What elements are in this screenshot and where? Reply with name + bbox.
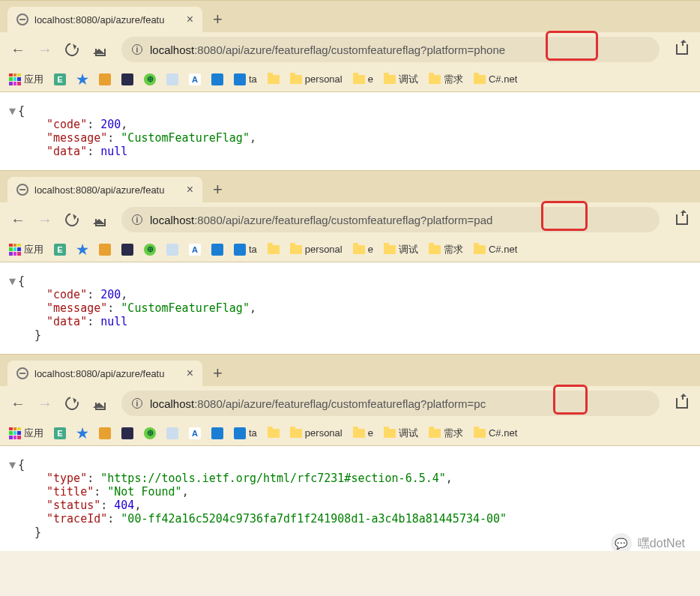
bookmark-folder[interactable]: e <box>353 244 373 255</box>
forward-button[interactable]: → <box>36 394 54 412</box>
tab-title: localhost:8080/api/azure/featu <box>34 368 178 379</box>
bookmark-item[interactable] <box>211 244 223 256</box>
browser-window-1: localhost:8080/api/azure/featu × + ← → i… <box>0 170 700 354</box>
bookmark-item[interactable]: ★ <box>76 73 88 85</box>
bookmark-folder[interactable]: 需求 <box>429 243 463 256</box>
bookmark-item[interactable] <box>121 73 133 85</box>
home-button[interactable] <box>90 394 108 412</box>
browser-window-0: localhost:8080/api/azure/featu × + ← → i… <box>0 0 700 170</box>
share-button[interactable] <box>673 40 691 58</box>
response-body: ▼{ code: 200, message: "CustomFeatureFla… <box>0 92 700 170</box>
reload-button[interactable] <box>63 211 81 229</box>
bookmarks-bar: 应用 E★⊕Ata personale调试需求C#.net <box>0 237 700 262</box>
bookmark-item[interactable] <box>211 427 223 439</box>
close-icon[interactable]: × <box>187 183 193 196</box>
globe-icon <box>16 184 28 196</box>
bookmark-folder[interactable]: C#.net <box>474 427 517 439</box>
bookmark-item[interactable]: ⊕ <box>144 244 156 256</box>
site-info-icon[interactable]: i <box>132 398 142 409</box>
site-info-icon[interactable]: i <box>132 214 142 225</box>
bookmark-item[interactable] <box>166 73 178 85</box>
watermark: 💬嘿dotNet <box>611 533 685 551</box>
bookmark-item[interactable]: ⊕ <box>144 73 156 85</box>
bookmark-folder[interactable]: 调试 <box>384 73 418 86</box>
reload-button[interactable] <box>63 40 81 58</box>
tab-strip: localhost:8080/api/azure/featu × + <box>0 1 700 32</box>
bookmark-item[interactable]: A <box>189 244 201 256</box>
site-info-icon[interactable]: i <box>132 44 142 55</box>
bookmark-folder[interactable]: 调试 <box>384 427 418 440</box>
bookmark-item[interactable] <box>166 244 178 256</box>
bookmark-folder[interactable]: C#.net <box>474 73 517 85</box>
bookmark-item[interactable]: ⊕ <box>144 427 156 439</box>
bookmark-item[interactable]: A <box>189 73 201 85</box>
bookmark-folder[interactable] <box>268 429 280 438</box>
bookmark-item[interactable]: A <box>189 427 201 439</box>
bookmark-item[interactable]: ta <box>234 244 257 256</box>
toolbar: ← → i localhost:8080/api/azure/featurefl… <box>0 202 700 237</box>
forward-button[interactable]: → <box>36 40 54 58</box>
bookmark-folder[interactable]: 需求 <box>429 73 463 86</box>
bookmark-folder[interactable]: e <box>353 73 373 85</box>
bookmark-item[interactable] <box>121 244 133 256</box>
bookmark-item[interactable] <box>99 73 111 85</box>
bookmark-item[interactable] <box>99 427 111 439</box>
bookmark-folder[interactable] <box>268 245 280 254</box>
expand-caret[interactable]: ▼ <box>9 104 18 118</box>
expand-caret[interactable]: ▼ <box>9 458 18 472</box>
apps-button[interactable]: 应用 <box>9 73 43 86</box>
tab-strip: localhost:8080/api/azure/featu × + <box>0 355 700 386</box>
globe-icon <box>16 13 28 25</box>
highlight-box <box>541 201 588 231</box>
bookmark-item[interactable]: ★ <box>76 427 88 439</box>
reload-button[interactable] <box>63 394 81 412</box>
bookmark-item[interactable]: E <box>54 427 66 439</box>
browser-tab[interactable]: localhost:8080/api/azure/featu × <box>7 7 202 32</box>
new-tab-button[interactable]: + <box>213 180 223 202</box>
bookmark-folder[interactable]: personal <box>290 244 343 255</box>
home-button[interactable] <box>90 40 108 58</box>
bookmark-item[interactable] <box>121 427 133 439</box>
bookmark-item[interactable] <box>211 73 223 85</box>
browser-window-2: localhost:8080/api/azure/featu × + ← → i… <box>0 354 700 551</box>
bookmark-folder[interactable]: personal <box>290 427 343 439</box>
bookmarks-bar: 应用 E★⊕Ata personale调试需求C#.net <box>0 421 700 446</box>
bookmark-folder[interactable]: 调试 <box>384 243 418 256</box>
home-button[interactable] <box>90 211 108 229</box>
bookmark-folder[interactable]: C#.net <box>474 244 517 255</box>
bookmark-item[interactable]: ta <box>234 73 257 85</box>
url-bar[interactable]: i localhost:8080/api/azure/featureflag/c… <box>121 391 660 416</box>
tab-strip: localhost:8080/api/azure/featu × + <box>0 171 700 202</box>
bookmark-item[interactable]: ★ <box>76 244 88 256</box>
url-bar[interactable]: i localhost:8080/api/azure/featureflag/c… <box>121 37 660 62</box>
bookmark-folder[interactable]: 需求 <box>429 427 463 440</box>
browser-tab[interactable]: localhost:8080/api/azure/featu × <box>7 177 202 202</box>
apps-button[interactable]: 应用 <box>9 427 43 440</box>
expand-caret[interactable]: ▼ <box>9 274 18 288</box>
tab-title: localhost:8080/api/azure/featu <box>34 184 178 196</box>
new-tab-button[interactable]: + <box>213 364 223 386</box>
browser-tab[interactable]: localhost:8080/api/azure/featu × <box>7 361 202 386</box>
back-button[interactable]: ← <box>9 211 27 229</box>
globe-icon <box>16 367 28 379</box>
bookmark-folder[interactable]: e <box>353 427 373 439</box>
share-button[interactable] <box>673 211 691 229</box>
close-icon[interactable]: × <box>187 13 193 26</box>
share-button[interactable] <box>673 394 691 412</box>
bookmark-folder[interactable]: personal <box>290 73 343 85</box>
highlight-box <box>553 385 588 415</box>
bookmark-item[interactable] <box>166 427 178 439</box>
bookmark-item[interactable]: E <box>54 73 66 85</box>
back-button[interactable]: ← <box>9 40 27 58</box>
bookmark-item[interactable]: E <box>54 244 66 256</box>
bookmark-folder[interactable] <box>268 75 280 84</box>
bookmark-item[interactable] <box>99 244 111 256</box>
back-button[interactable]: ← <box>9 394 27 412</box>
new-tab-button[interactable]: + <box>213 10 223 32</box>
close-icon[interactable]: × <box>187 367 193 380</box>
forward-button[interactable]: → <box>36 211 54 229</box>
bookmarks-bar: 应用 E★⊕Ata personale调试需求C#.net <box>0 67 700 92</box>
bookmark-item[interactable]: ta <box>234 427 257 439</box>
url-bar[interactable]: i localhost:8080/api/azure/featureflag/c… <box>121 207 660 232</box>
apps-button[interactable]: 应用 <box>9 243 43 256</box>
